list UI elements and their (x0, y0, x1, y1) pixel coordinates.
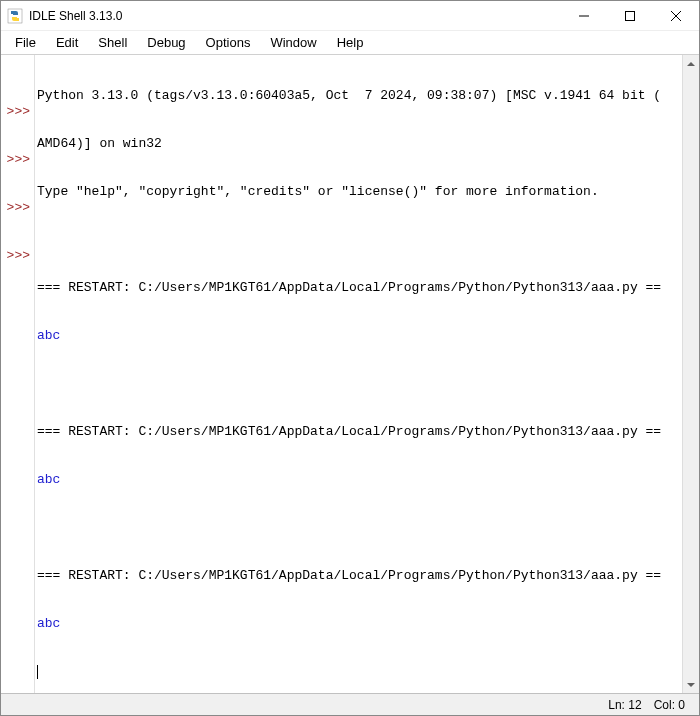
menubar: File Edit Shell Debug Options Window Hel… (1, 31, 699, 55)
prompt: >>> (1, 248, 34, 264)
close-button[interactable] (653, 1, 699, 30)
window-controls (561, 1, 699, 30)
status-bar: Ln: 12 Col: 0 (1, 693, 699, 715)
output-line: abc (37, 616, 680, 632)
shell-editor[interactable]: Python 3.13.0 (tags/v3.13.0:60403a5, Oct… (35, 55, 682, 693)
prompt: >>> (1, 152, 34, 168)
text-cursor (37, 665, 38, 679)
prompt-gutter: >>> >>> >>> >>> (1, 55, 35, 693)
output-line: abc (37, 328, 680, 344)
prompt: >>> (1, 104, 34, 120)
status-line: Ln: 12 (602, 698, 647, 712)
window-title: IDLE Shell 3.13.0 (29, 9, 561, 23)
restart-line: === RESTART: C:/Users/MP1KGT61/AppData/L… (37, 568, 680, 584)
titlebar: IDLE Shell 3.13.0 (1, 1, 699, 31)
banner-line: AMD64)] on win32 (37, 136, 680, 152)
output-line: abc (37, 472, 680, 488)
app-icon (7, 8, 23, 24)
maximize-button[interactable] (607, 1, 653, 30)
content-area: >>> >>> >>> >>> Python 3.13.0 (tags/v3.1… (1, 55, 699, 693)
restart-line: === RESTART: C:/Users/MP1KGT61/AppData/L… (37, 424, 680, 440)
menu-file[interactable]: File (5, 32, 46, 53)
menu-options[interactable]: Options (196, 32, 261, 53)
svg-rect-2 (626, 11, 635, 20)
menu-shell[interactable]: Shell (88, 32, 137, 53)
prompt: >>> (1, 200, 34, 216)
menu-debug[interactable]: Debug (137, 32, 195, 53)
menu-edit[interactable]: Edit (46, 32, 88, 53)
menu-help[interactable]: Help (327, 32, 374, 53)
status-col: Col: 0 (648, 698, 691, 712)
scroll-down-arrow[interactable] (683, 676, 699, 693)
scroll-up-arrow[interactable] (683, 55, 699, 72)
banner-line: Type "help", "copyright", "credits" or "… (37, 184, 680, 200)
vertical-scrollbar[interactable] (682, 55, 699, 693)
minimize-button[interactable] (561, 1, 607, 30)
menu-window[interactable]: Window (260, 32, 326, 53)
restart-line: === RESTART: C:/Users/MP1KGT61/AppData/L… (37, 280, 680, 296)
banner-line: Python 3.13.0 (tags/v3.13.0:60403a5, Oct… (37, 88, 680, 104)
